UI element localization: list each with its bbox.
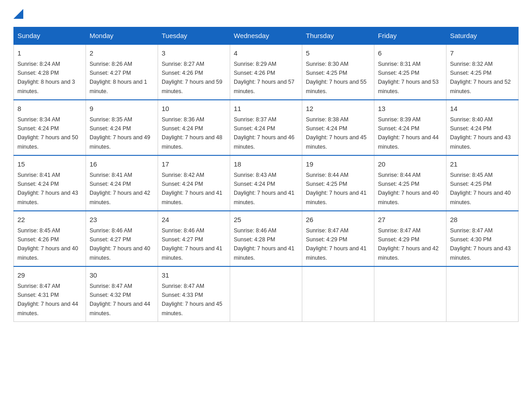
day-info: Sunrise: 8:40 AMSunset: 4:24 PMDaylight:… bbox=[450, 116, 511, 150]
day-info: Sunrise: 8:35 AMSunset: 4:24 PMDaylight:… bbox=[90, 116, 150, 150]
day-number: 6 bbox=[378, 48, 442, 59]
calendar-cell bbox=[374, 266, 446, 322]
day-number: 14 bbox=[450, 104, 515, 114]
calendar-cell: 1 Sunrise: 8:24 AMSunset: 4:28 PMDayligh… bbox=[14, 44, 86, 100]
calendar-cell: 24 Sunrise: 8:46 AMSunset: 4:27 PMDaylig… bbox=[158, 211, 230, 266]
calendar-cell bbox=[302, 266, 374, 322]
weekday-header-thursday: Thursday bbox=[302, 27, 374, 45]
day-number: 4 bbox=[234, 48, 298, 59]
day-info: Sunrise: 8:24 AMSunset: 4:28 PMDaylight:… bbox=[17, 61, 75, 94]
weekday-header-row: SundayMondayTuesdayWednesdayThursdayFrid… bbox=[14, 27, 519, 45]
day-info: Sunrise: 8:38 AMSunset: 4:24 PMDaylight:… bbox=[306, 116, 367, 150]
weekday-header-sunday: Sunday bbox=[14, 27, 86, 45]
calendar-cell: 28 Sunrise: 8:47 AMSunset: 4:30 PMDaylig… bbox=[446, 211, 519, 266]
calendar-cell: 23 Sunrise: 8:46 AMSunset: 4:27 PMDaylig… bbox=[86, 211, 158, 266]
day-info: Sunrise: 8:47 AMSunset: 4:33 PMDaylight:… bbox=[162, 283, 223, 317]
day-number: 5 bbox=[306, 48, 370, 59]
day-number: 7 bbox=[450, 48, 515, 59]
day-number: 25 bbox=[234, 215, 298, 225]
day-number: 28 bbox=[450, 215, 515, 225]
day-info: Sunrise: 8:43 AMSunset: 4:24 PMDaylight:… bbox=[234, 172, 295, 206]
day-number: 2 bbox=[90, 48, 154, 59]
calendar-cell: 5 Sunrise: 8:30 AMSunset: 4:25 PMDayligh… bbox=[302, 44, 374, 100]
day-number: 20 bbox=[378, 159, 442, 170]
calendar-cell: 26 Sunrise: 8:47 AMSunset: 4:29 PMDaylig… bbox=[302, 211, 374, 266]
day-info: Sunrise: 8:45 AMSunset: 4:25 PMDaylight:… bbox=[450, 172, 511, 206]
calendar-cell: 20 Sunrise: 8:44 AMSunset: 4:25 PMDaylig… bbox=[374, 155, 446, 211]
day-number: 3 bbox=[162, 48, 226, 59]
calendar-table: SundayMondayTuesdayWednesdayThursdayFrid… bbox=[13, 27, 519, 322]
day-info: Sunrise: 8:41 AMSunset: 4:24 PMDaylight:… bbox=[90, 172, 150, 206]
svg-marker-0 bbox=[13, 9, 23, 19]
calendar-cell: 27 Sunrise: 8:47 AMSunset: 4:29 PMDaylig… bbox=[374, 211, 446, 266]
calendar-cell: 4 Sunrise: 8:29 AMSunset: 4:26 PMDayligh… bbox=[230, 44, 302, 100]
day-info: Sunrise: 8:45 AMSunset: 4:26 PMDaylight:… bbox=[17, 227, 78, 261]
day-info: Sunrise: 8:36 AMSunset: 4:24 PMDaylight:… bbox=[162, 116, 223, 150]
day-info: Sunrise: 8:44 AMSunset: 4:25 PMDaylight:… bbox=[306, 172, 367, 206]
day-number: 23 bbox=[90, 215, 154, 225]
day-info: Sunrise: 8:32 AMSunset: 4:25 PMDaylight:… bbox=[450, 61, 511, 94]
weekday-header-wednesday: Wednesday bbox=[230, 27, 302, 45]
day-number: 8 bbox=[17, 104, 82, 114]
calendar-cell: 15 Sunrise: 8:41 AMSunset: 4:24 PMDaylig… bbox=[14, 155, 86, 211]
calendar-cell: 13 Sunrise: 8:39 AMSunset: 4:24 PMDaylig… bbox=[374, 100, 446, 155]
day-number: 16 bbox=[90, 159, 154, 170]
day-info: Sunrise: 8:47 AMSunset: 4:31 PMDaylight:… bbox=[17, 283, 78, 317]
day-number: 9 bbox=[90, 104, 154, 114]
calendar-cell: 11 Sunrise: 8:37 AMSunset: 4:24 PMDaylig… bbox=[230, 100, 302, 155]
calendar-cell: 22 Sunrise: 8:45 AMSunset: 4:26 PMDaylig… bbox=[14, 211, 86, 266]
calendar-cell: 14 Sunrise: 8:40 AMSunset: 4:24 PMDaylig… bbox=[446, 100, 519, 155]
weekday-header-saturday: Saturday bbox=[446, 27, 519, 45]
day-info: Sunrise: 8:44 AMSunset: 4:25 PMDaylight:… bbox=[378, 172, 439, 206]
day-info: Sunrise: 8:39 AMSunset: 4:24 PMDaylight:… bbox=[378, 116, 439, 150]
calendar-week-row: 15 Sunrise: 8:41 AMSunset: 4:24 PMDaylig… bbox=[14, 155, 519, 211]
header bbox=[13, 9, 519, 19]
day-info: Sunrise: 8:47 AMSunset: 4:29 PMDaylight:… bbox=[378, 227, 439, 261]
calendar-cell: 19 Sunrise: 8:44 AMSunset: 4:25 PMDaylig… bbox=[302, 155, 374, 211]
day-number: 18 bbox=[234, 159, 298, 170]
day-info: Sunrise: 8:30 AMSunset: 4:25 PMDaylight:… bbox=[306, 61, 367, 94]
day-number: 31 bbox=[162, 270, 226, 281]
day-number: 26 bbox=[306, 215, 370, 225]
calendar-cell: 9 Sunrise: 8:35 AMSunset: 4:24 PMDayligh… bbox=[86, 100, 158, 155]
day-number: 22 bbox=[17, 215, 82, 225]
day-info: Sunrise: 8:42 AMSunset: 4:24 PMDaylight:… bbox=[162, 172, 223, 206]
day-info: Sunrise: 8:29 AMSunset: 4:26 PMDaylight:… bbox=[234, 61, 295, 94]
day-number: 19 bbox=[306, 159, 370, 170]
calendar-cell bbox=[446, 266, 519, 322]
day-info: Sunrise: 8:46 AMSunset: 4:27 PMDaylight:… bbox=[162, 227, 223, 261]
calendar-week-row: 1 Sunrise: 8:24 AMSunset: 4:28 PMDayligh… bbox=[14, 44, 519, 100]
calendar-week-row: 22 Sunrise: 8:45 AMSunset: 4:26 PMDaylig… bbox=[14, 211, 519, 266]
day-info: Sunrise: 8:26 AMSunset: 4:27 PMDaylight:… bbox=[90, 61, 147, 94]
day-number: 12 bbox=[306, 104, 370, 114]
day-number: 29 bbox=[17, 270, 82, 281]
calendar-cell: 8 Sunrise: 8:34 AMSunset: 4:24 PMDayligh… bbox=[14, 100, 86, 155]
calendar-cell: 21 Sunrise: 8:45 AMSunset: 4:25 PMDaylig… bbox=[446, 155, 519, 211]
calendar-week-row: 29 Sunrise: 8:47 AMSunset: 4:31 PMDaylig… bbox=[14, 266, 519, 322]
logo-triangle-icon bbox=[13, 9, 23, 19]
day-number: 1 bbox=[17, 48, 82, 59]
day-info: Sunrise: 8:46 AMSunset: 4:27 PMDaylight:… bbox=[90, 227, 150, 261]
day-number: 27 bbox=[378, 215, 442, 225]
calendar-cell: 30 Sunrise: 8:47 AMSunset: 4:32 PMDaylig… bbox=[86, 266, 158, 322]
calendar-cell: 3 Sunrise: 8:27 AMSunset: 4:26 PMDayligh… bbox=[158, 44, 230, 100]
day-number: 10 bbox=[162, 104, 226, 114]
day-number: 13 bbox=[378, 104, 442, 114]
day-info: Sunrise: 8:37 AMSunset: 4:24 PMDaylight:… bbox=[234, 116, 295, 150]
calendar-cell: 10 Sunrise: 8:36 AMSunset: 4:24 PMDaylig… bbox=[158, 100, 230, 155]
calendar-cell: 18 Sunrise: 8:43 AMSunset: 4:24 PMDaylig… bbox=[230, 155, 302, 211]
day-number: 15 bbox=[17, 159, 82, 170]
calendar-cell: 25 Sunrise: 8:46 AMSunset: 4:28 PMDaylig… bbox=[230, 211, 302, 266]
calendar-week-row: 8 Sunrise: 8:34 AMSunset: 4:24 PMDayligh… bbox=[14, 100, 519, 155]
day-info: Sunrise: 8:46 AMSunset: 4:28 PMDaylight:… bbox=[234, 227, 295, 261]
weekday-header-monday: Monday bbox=[86, 27, 158, 45]
calendar-cell: 2 Sunrise: 8:26 AMSunset: 4:27 PMDayligh… bbox=[86, 44, 158, 100]
logo bbox=[13, 9, 23, 19]
calendar-cell: 7 Sunrise: 8:32 AMSunset: 4:25 PMDayligh… bbox=[446, 44, 519, 100]
day-info: Sunrise: 8:41 AMSunset: 4:24 PMDaylight:… bbox=[17, 172, 78, 206]
day-number: 21 bbox=[450, 159, 515, 170]
day-number: 30 bbox=[90, 270, 154, 281]
calendar-cell: 16 Sunrise: 8:41 AMSunset: 4:24 PMDaylig… bbox=[86, 155, 158, 211]
day-info: Sunrise: 8:47 AMSunset: 4:29 PMDaylight:… bbox=[306, 227, 367, 261]
day-info: Sunrise: 8:27 AMSunset: 4:26 PMDaylight:… bbox=[162, 61, 223, 94]
